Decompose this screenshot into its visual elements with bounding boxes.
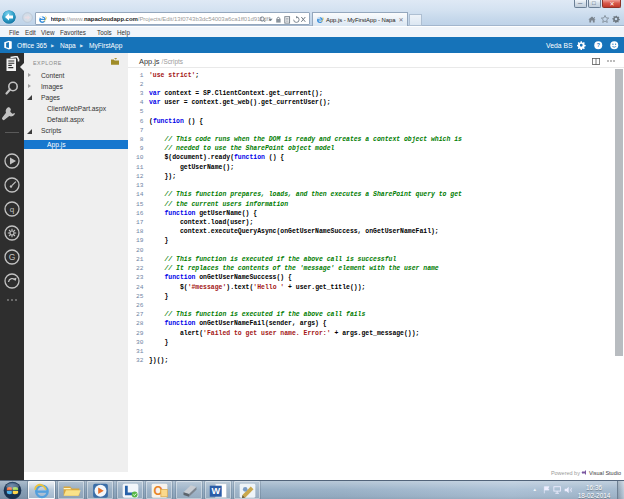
svg-text:G: G (9, 252, 16, 262)
svg-text:q: q (10, 205, 14, 214)
svg-text:?: ? (597, 42, 600, 48)
svg-text:W: W (211, 486, 220, 496)
